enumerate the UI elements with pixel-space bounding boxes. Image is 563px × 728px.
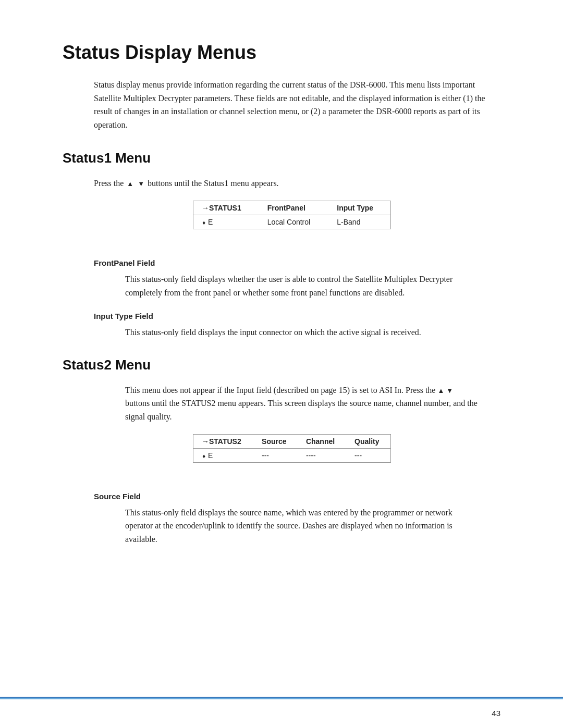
status2-menu-wrapper: →STATUS2 Source Channel Quality ⬧ E --- … bbox=[94, 434, 490, 477]
status2-body: This menu does not appear if the Input f… bbox=[94, 384, 490, 546]
status1-col3-data: L-Band bbox=[328, 215, 390, 229]
status2-col4-data: --- bbox=[346, 448, 390, 462]
source-field-block: Source Field This status-only field disp… bbox=[94, 492, 490, 546]
status1-section: Status1 Menu Press the ▲ ▼ buttons until… bbox=[63, 150, 500, 339]
page-number: 43 bbox=[0, 709, 563, 728]
status2-col4-header: Quality bbox=[346, 435, 390, 449]
frontpanel-field-label: FrontPanel Field bbox=[94, 258, 490, 267]
source-field-label: Source Field bbox=[94, 492, 490, 501]
status1-menu-header-row: →STATUS1 FrontPanel Input Type bbox=[193, 201, 390, 215]
status2-menu-table: →STATUS2 Source Channel Quality ⬧ E --- … bbox=[193, 435, 390, 462]
status1-col3-header: Input Type bbox=[328, 201, 390, 215]
status1-col2-data: Local Control bbox=[259, 215, 329, 229]
status1-press-line: Press the ▲ ▼ buttons until the Status1 … bbox=[94, 177, 490, 190]
status1-col1-header: →STATUS1 bbox=[193, 201, 259, 215]
status2-col2-header: Source bbox=[253, 435, 298, 449]
input-type-field-desc: This status-only field displays the inpu… bbox=[125, 326, 480, 339]
status1-col1-data: ⬧ E bbox=[193, 215, 259, 229]
page: Status Display Menus Status display menu… bbox=[0, 0, 563, 728]
input-type-field-block: Input Type Field This status-only field … bbox=[94, 312, 490, 339]
footer-bar bbox=[0, 697, 563, 699]
status2-intro: This menu does not appear if the Input f… bbox=[125, 384, 480, 424]
input-type-field-label: Input Type Field bbox=[94, 312, 490, 320]
page-footer: 43 bbox=[0, 697, 563, 728]
page-title: Status Display Menus bbox=[63, 42, 500, 64]
down-arrow-icon2: ▼ bbox=[446, 387, 453, 394]
down-arrow-icon: ▼ bbox=[138, 180, 144, 188]
status2-menu-header-row: →STATUS2 Source Channel Quality bbox=[193, 435, 390, 449]
up-arrow-icon: ▲ bbox=[127, 180, 133, 188]
source-field-desc: This status-only field displays the sour… bbox=[125, 506, 480, 546]
status2-menu-box: →STATUS2 Source Channel Quality ⬧ E --- … bbox=[193, 434, 391, 463]
status2-col1-data: ⬧ E bbox=[193, 448, 253, 462]
status2-col1-header: →STATUS2 bbox=[193, 435, 253, 449]
frontpanel-field-block: FrontPanel Field This status-only field … bbox=[94, 258, 490, 299]
status2-heading: Status2 Menu bbox=[63, 357, 500, 373]
status2-section: Status2 Menu This menu does not appear i… bbox=[63, 357, 500, 546]
status1-menu-wrapper: →STATUS1 FrontPanel Input Type ⬧ E Local… bbox=[94, 201, 490, 244]
status1-menu-data-row: ⬧ E Local Control L-Band bbox=[193, 215, 390, 229]
status2-col3-header: Channel bbox=[298, 435, 346, 449]
intro-paragraph: Status display menus provide information… bbox=[94, 78, 490, 131]
status1-heading: Status1 Menu bbox=[63, 150, 500, 166]
press-the-text: Press the bbox=[94, 179, 124, 188]
status1-col2-header: FrontPanel bbox=[259, 201, 329, 215]
status1-menu-box: →STATUS1 FrontPanel Input Type ⬧ E Local… bbox=[193, 201, 391, 229]
status1-body: Press the ▲ ▼ buttons until the Status1 … bbox=[94, 177, 490, 339]
status2-col2-data: --- bbox=[253, 448, 298, 462]
press-line-post: buttons until the Status1 menu appears. bbox=[148, 179, 279, 188]
up-arrow-icon2: ▲ bbox=[437, 387, 444, 394]
frontpanel-field-desc: This status-only field displays whether … bbox=[125, 273, 480, 299]
status2-menu-data-row: ⬧ E --- ---- --- bbox=[193, 448, 390, 462]
status2-col3-data: ---- bbox=[298, 448, 346, 462]
status1-menu-table: →STATUS1 FrontPanel Input Type ⬧ E Local… bbox=[193, 201, 390, 229]
